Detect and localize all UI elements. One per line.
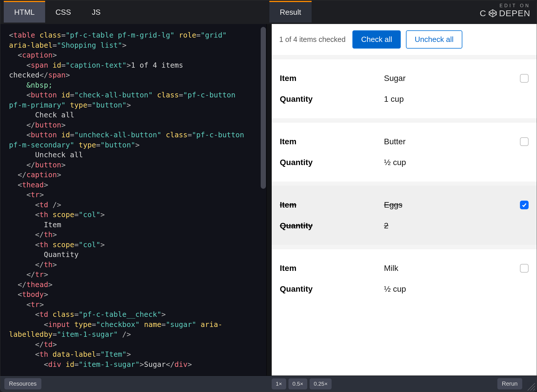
item-checkbox[interactable] (520, 264, 529, 273)
top-bar: HTML CSS JS Result EDIT ON C DEPEN (0, 0, 537, 24)
zoom-025x-button[interactable]: 0.25× (310, 378, 332, 389)
resources-button[interactable]: Resources (4, 378, 41, 389)
item-label: Item (280, 264, 384, 273)
item-value: Sugar (384, 74, 514, 83)
list-item: ItemMilkQuantity½ cup (272, 249, 537, 308)
quantity-value: 2 (384, 221, 514, 230)
list-item: ItemButterQuantity½ cup (272, 122, 537, 182)
quantity-value: 1 cup (384, 95, 514, 104)
result-caption-bar: 1 of 4 items checked Check all Uncheck a… (272, 24, 537, 55)
separator (272, 118, 537, 122)
item-label: Item (280, 137, 384, 146)
zoom-05x-button[interactable]: 0.5× (288, 378, 308, 389)
tab-js[interactable]: JS (81, 2, 111, 23)
svg-line-4 (530, 386, 535, 391)
list-item: ItemEggsQuantity2 (272, 186, 537, 245)
tab-html[interactable]: HTML (4, 1, 45, 23)
quantity-label: Quantity (280, 284, 384, 294)
bottom-bar: Resources 1× 0.5× 0.25× Rerun (0, 376, 537, 392)
list-item: ItemSugarQuantity1 cup (272, 59, 537, 118)
edit-on-label: EDIT ON (480, 3, 530, 8)
tab-css[interactable]: CSS (45, 2, 81, 23)
codepen-logo: C DEPEN (480, 8, 530, 18)
pane-divider[interactable] (266, 24, 272, 376)
quantity-label: Quantity (280, 221, 384, 230)
quantity-value: ½ cup (384, 284, 514, 294)
rerun-button[interactable]: Rerun (497, 378, 522, 389)
item-label: Item (280, 74, 384, 83)
resize-grip-icon[interactable] (526, 381, 535, 391)
edit-on-codepen-link[interactable]: EDIT ON C DEPEN (480, 3, 530, 18)
quantity-label: Quantity (280, 158, 384, 167)
tab-result[interactable]: Result (269, 1, 312, 23)
item-value: Milk (384, 264, 514, 273)
item-checkbox[interactable] (520, 201, 529, 209)
result-pane: 1 of 4 items checked Check all Uncheck a… (272, 24, 537, 376)
check-all-button[interactable]: Check all (352, 30, 401, 49)
codepen-cube-icon (488, 9, 497, 18)
item-checkbox[interactable] (520, 137, 529, 146)
editor-scrollbar[interactable] (261, 27, 266, 189)
caption-text: 1 of 4 items checked (279, 35, 345, 44)
item-value: Eggs (384, 200, 514, 210)
separator (272, 55, 537, 59)
uncheck-all-button[interactable]: Uncheck all (406, 30, 462, 49)
quantity-value: ½ cup (384, 158, 514, 167)
code-editor[interactable]: <table class="pf-c-table pf-m-grid-lg" r… (0, 24, 266, 376)
svg-line-5 (533, 389, 535, 391)
separator (272, 182, 537, 186)
item-label: Item (280, 200, 384, 210)
quantity-label: Quantity (280, 95, 384, 104)
zoom-1x-button[interactable]: 1× (272, 378, 286, 389)
item-checkbox[interactable] (520, 74, 529, 83)
item-value: Butter (384, 137, 514, 146)
separator (272, 245, 537, 249)
